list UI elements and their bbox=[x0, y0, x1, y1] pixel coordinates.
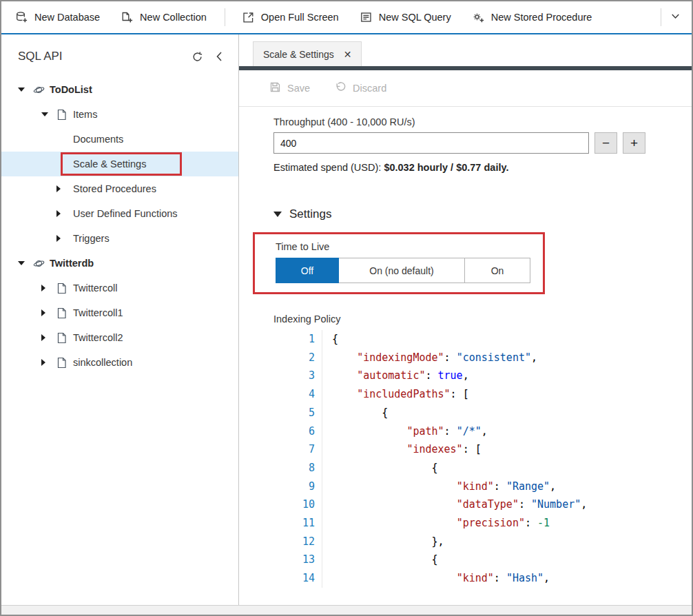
ttl-segmented-control: OffOn (no default)On bbox=[276, 258, 530, 283]
open-full-screen-button[interactable]: Open Full Screen bbox=[242, 11, 339, 24]
tab-label: Scale & Settings bbox=[263, 49, 334, 60]
new-sql-query-label: New SQL Query bbox=[379, 12, 451, 23]
tree-node-label: Twittercoll2 bbox=[72, 332, 123, 343]
command-bar: New DatabaseNew CollectionOpen Full Scre… bbox=[1, 1, 692, 34]
save-label: Save bbox=[287, 83, 310, 94]
collapsed-arrow-icon[interactable] bbox=[56, 210, 72, 217]
collapse-sidebar-icon[interactable] bbox=[214, 51, 225, 62]
tree-node-label: Triggers bbox=[72, 233, 110, 244]
line-number: 4 bbox=[273, 385, 315, 404]
code-line: "dataType": "Number", bbox=[332, 495, 692, 514]
throughput-decrease-button[interactable]: − bbox=[594, 132, 617, 154]
collection-icon bbox=[56, 109, 72, 121]
ttl-option-off[interactable]: Off bbox=[276, 258, 339, 283]
collapsed-arrow-icon[interactable] bbox=[41, 285, 56, 291]
main-pane: Scale & Settings ✕ Save Discard Throughp… bbox=[239, 34, 692, 605]
tree-node-label: Twitterdb bbox=[48, 258, 94, 269]
line-number: 3 bbox=[273, 367, 315, 385]
chevron-down-icon[interactable] bbox=[670, 11, 681, 24]
tree-node-twittercoll1[interactable]: Twittercoll1 bbox=[1, 300, 238, 325]
open-full-screen-label: Open Full Screen bbox=[261, 12, 339, 23]
fullscreen-icon bbox=[242, 11, 255, 24]
code-line: "includedPaths": [ bbox=[332, 385, 692, 404]
ttl-option-on[interactable]: On bbox=[464, 258, 530, 283]
sidebar-title: SQL API bbox=[18, 50, 192, 63]
line-number: 14 bbox=[273, 569, 315, 588]
tree-node-documents[interactable]: Documents bbox=[1, 127, 238, 152]
tree-node-label: Scale & Settings bbox=[72, 158, 146, 170]
ttl-option-on-no-default[interactable]: On (no default) bbox=[338, 258, 465, 283]
code-line: "indexingMode": "consistent", bbox=[332, 349, 692, 367]
code-line: { bbox=[332, 459, 692, 478]
code-line: { bbox=[332, 330, 692, 349]
horizontal-scrollbar[interactable] bbox=[1, 605, 692, 615]
tree-node-label: ToDoList bbox=[48, 84, 92, 95]
expand-arrow-icon bbox=[273, 212, 282, 217]
code-line: "kind": "Range", bbox=[332, 478, 692, 496]
line-number: 2 bbox=[273, 349, 315, 367]
database-icon bbox=[33, 84, 48, 96]
database-plus-icon bbox=[15, 11, 28, 24]
close-tab-icon[interactable]: ✕ bbox=[344, 49, 352, 60]
sidebar-header: SQL API bbox=[1, 34, 238, 63]
expanded-arrow-icon[interactable] bbox=[18, 88, 33, 92]
tree-node-label: User Defined Functions bbox=[72, 208, 178, 219]
collapsed-arrow-icon[interactable] bbox=[56, 235, 72, 242]
collapsed-arrow-icon[interactable] bbox=[41, 359, 56, 366]
new-database-button[interactable]: New Database bbox=[15, 11, 100, 24]
tree-node-twittercoll2[interactable]: Twittercoll2 bbox=[1, 325, 238, 350]
collapsed-arrow-icon[interactable] bbox=[56, 185, 72, 192]
indexing-policy-editor[interactable]: 1234567891011121314 { "indexingMode": "c… bbox=[273, 330, 692, 588]
tree-node-user-defined-functions[interactable]: User Defined Functions bbox=[1, 201, 238, 226]
tree-node-twitterdb[interactable]: Twitterdb bbox=[1, 251, 238, 276]
editor-gutter: 1234567891011121314 bbox=[273, 330, 315, 588]
tree-node-stored-procedures[interactable]: Stored Procedures bbox=[1, 176, 238, 201]
settings-section-header[interactable]: Settings bbox=[273, 207, 692, 221]
save-button[interactable]: Save bbox=[269, 81, 310, 95]
discard-label: Discard bbox=[353, 83, 386, 94]
throughput-row: − + bbox=[273, 132, 645, 154]
line-number: 1 bbox=[273, 330, 315, 349]
new-collection-label: New Collection bbox=[140, 12, 207, 23]
document-toolbar: Save Discard bbox=[239, 70, 692, 107]
save-icon bbox=[269, 81, 281, 95]
estimated-spend: Estimated spend (USD): $0.032 hourly / $… bbox=[273, 162, 692, 173]
expanded-arrow-icon[interactable] bbox=[18, 261, 33, 265]
database-icon bbox=[33, 258, 48, 269]
line-number: 7 bbox=[273, 440, 315, 459]
code-line: "precision": -1 bbox=[332, 514, 692, 533]
collection-icon bbox=[56, 332, 72, 344]
discard-button[interactable]: Discard bbox=[335, 81, 386, 95]
tree-node-items[interactable]: Items bbox=[1, 102, 238, 127]
new-sql-query-button[interactable]: New SQL Query bbox=[360, 11, 451, 24]
line-number: 8 bbox=[273, 459, 315, 478]
line-number: 12 bbox=[273, 533, 315, 551]
collapsed-arrow-icon[interactable] bbox=[41, 334, 56, 341]
throughput-label: Throughput (400 - 10,000 RU/s) bbox=[273, 116, 692, 127]
tree-node-todolist[interactable]: ToDoList bbox=[1, 77, 238, 102]
line-number: 5 bbox=[273, 404, 315, 422]
resource-tree: ToDoListItemsDocumentsScale & SettingsSt… bbox=[1, 77, 238, 375]
code-line: "automatic": true, bbox=[332, 367, 692, 385]
tree-node-label: Items bbox=[72, 109, 97, 120]
code-line: "indexes": [ bbox=[332, 440, 692, 459]
gear-plus-icon bbox=[472, 11, 485, 24]
new-collection-button[interactable]: New Collection bbox=[121, 11, 207, 24]
tree-node-scale-settings[interactable]: Scale & Settings bbox=[1, 152, 238, 176]
throughput-input[interactable] bbox=[273, 132, 589, 154]
new-stored-procedure-label: New Stored Procedure bbox=[491, 12, 592, 23]
body: SQL API ToDoListItemsDocumentsScale & Se… bbox=[1, 34, 692, 605]
new-stored-procedure-button[interactable]: New Stored Procedure bbox=[472, 11, 592, 24]
tree-node-sinkcollection[interactable]: sinkcollection bbox=[1, 350, 238, 375]
line-number: 6 bbox=[273, 422, 315, 441]
tree-node-triggers[interactable]: Triggers bbox=[1, 226, 238, 251]
throughput-increase-button[interactable]: + bbox=[623, 132, 645, 154]
tree-node-label: Documents bbox=[72, 134, 123, 145]
tab-scale-settings[interactable]: Scale & Settings ✕ bbox=[253, 41, 362, 66]
collection-plus-icon bbox=[121, 11, 134, 24]
tree-node-twittercoll[interactable]: Twittercoll bbox=[1, 276, 238, 300]
refresh-icon[interactable] bbox=[192, 51, 203, 63]
line-number: 11 bbox=[273, 514, 315, 533]
collapsed-arrow-icon[interactable] bbox=[41, 309, 56, 316]
expanded-arrow-icon[interactable] bbox=[41, 112, 56, 116]
